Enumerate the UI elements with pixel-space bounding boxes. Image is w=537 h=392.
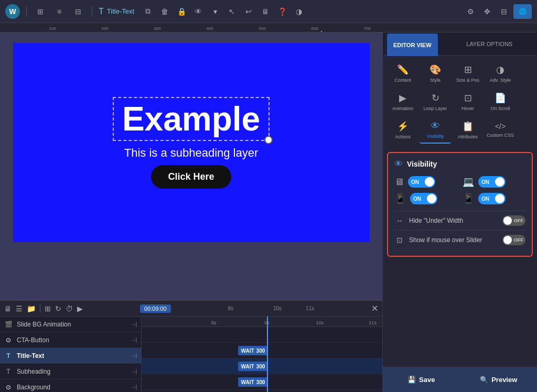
nav-on-scroll[interactable]: 📄 On Scroll: [485, 88, 516, 115]
toggle-tablet[interactable]: ON: [410, 193, 437, 204]
layers-icon[interactable]: ⊟: [71, 4, 85, 19]
toggle-show-mouse-off-label: OFF: [514, 237, 523, 243]
layer-item-slide-bg[interactable]: 🎬 Slide BG Animation →|: [0, 317, 141, 332]
monitor-icon[interactable]: 🖥: [258, 4, 273, 19]
move-icon[interactable]: ✥: [480, 4, 495, 19]
track-mark-10s: 10s: [316, 320, 324, 325]
desktop-icon: 🖥: [394, 177, 404, 188]
tl-sep1: [40, 304, 40, 313]
toolbar-title-section: T Title-Text: [99, 7, 134, 16]
ruler: 100 200 300 400 500 600 700: [0, 23, 537, 32]
nav-content[interactable]: ✏️ Content: [387, 60, 418, 87]
toggle-mobile-label: ON: [481, 196, 489, 202]
toggle-hide-under-label: OFF: [514, 218, 523, 223]
nav-style[interactable]: 🎨 Style: [420, 60, 451, 87]
nav-hover[interactable]: ⊡ Hover: [452, 88, 484, 115]
badge-wait-label3: WAIT: [241, 379, 254, 385]
layer-arrow-cta: →|: [130, 337, 137, 343]
ruler-mark: 500: [259, 26, 265, 31]
tl-timer-icon[interactable]: ⏱: [66, 304, 73, 313]
grid-icon[interactable]: ⊞: [33, 4, 48, 19]
eye-toggle-icon[interactable]: 👁: [191, 4, 206, 19]
nav-actions[interactable]: ⚡ Actions: [387, 116, 418, 144]
tl-grid-icon[interactable]: ⊞: [45, 304, 51, 313]
cursor-icon[interactable]: ↖: [224, 4, 239, 19]
preview-icon: 🔍: [480, 376, 488, 384]
arrow-icon[interactable]: ▾: [208, 4, 222, 19]
tl-folder-icon[interactable]: 📁: [27, 304, 36, 313]
nav-attributes[interactable]: 📋 Attributes: [452, 116, 484, 144]
show-mouse-icon: ⊡: [394, 236, 405, 244]
hide-under-label: Hide "Under" Width: [409, 217, 498, 224]
preview-button[interactable]: 🔍 Preview: [460, 367, 538, 392]
slide-canvas: Example This is a subheading layer Click…: [13, 43, 370, 242]
toolbar-sep-1: [26, 6, 27, 17]
badge-wait-label: WAIT: [241, 348, 254, 354]
toggle-desktop[interactable]: ON: [408, 176, 435, 188]
track-row-subheading: WAIT 300: [142, 374, 382, 390]
timeline-close-btn[interactable]: ✕: [371, 303, 378, 313]
top-toolbar: W ⊞ ≡ ⊟ T Title-Text ⧉ 🗑 🔒 👁 ▾ ↖ ↩ 🖥 ❓ ◑…: [0, 0, 537, 23]
nav-animation[interactable]: ▶ Animation: [387, 88, 418, 115]
copy-icon[interactable]: ⧉: [141, 4, 155, 19]
nav-size-pos[interactable]: ⊞ Size & Pos: [452, 60, 484, 87]
nav-visibility[interactable]: 👁 Visibility: [420, 116, 451, 144]
timeline-layers: 🎬 Slide BG Animation →| ⊙ CTA-Button →| …: [0, 317, 142, 392]
timeline-tracks[interactable]: 8s 9s 10s 11s WAIT 300: [142, 317, 382, 392]
layer-icon-subheading: T: [4, 368, 13, 375]
tl-refresh-icon[interactable]: ↻: [55, 304, 61, 313]
tl-list-icon[interactable]: ☰: [16, 304, 23, 313]
layer-name-slidebg: Slide BG Animation: [17, 321, 126, 328]
gear-icon[interactable]: ⚙: [463, 4, 478, 19]
tl-monitor-icon[interactable]: 🖥: [4, 304, 12, 313]
layer-icon-title: T: [4, 352, 13, 360]
layer-item-cta[interactable]: ⊙ CTA-Button →|: [0, 332, 141, 348]
nav-custom-css[interactable]: </> Custom CSS: [485, 116, 516, 144]
laptop-icon: 💻: [463, 176, 474, 188]
vis-device-desktop: 🖥 ON: [394, 176, 457, 188]
save-icon: 💾: [407, 376, 416, 384]
custom-css-icon: </>: [495, 122, 506, 130]
toggle-laptop[interactable]: ON: [478, 176, 506, 188]
cta-button[interactable]: Click Here: [151, 165, 231, 189]
tab-editor-view[interactable]: EDITOR VIEW: [387, 34, 438, 56]
main-area: Example This is a subheading layer Click…: [0, 32, 537, 392]
vis-device-mobile: 📱 ON: [463, 193, 525, 204]
toggle-show-mouse[interactable]: OFF: [502, 235, 525, 245]
wp-logo[interactable]: W: [5, 4, 20, 19]
nav-adv-style[interactable]: ◑ Adv. Style: [485, 60, 516, 87]
canvas-area: Example This is a subheading layer Click…: [0, 32, 382, 392]
canvas-viewport[interactable]: Example This is a subheading layer Click…: [0, 32, 382, 300]
undo-icon[interactable]: ↩: [241, 4, 256, 19]
delete-icon[interactable]: 🗑: [157, 4, 172, 19]
layer-item-title[interactable]: T Title-Text →|: [0, 348, 141, 364]
toggle-tablet-label: ON: [413, 196, 421, 202]
columns-icon[interactable]: ≡: [52, 4, 67, 19]
help-icon[interactable]: ❓: [275, 4, 289, 19]
toggle-mobile[interactable]: ON: [478, 193, 506, 204]
title-text-icon: T: [99, 7, 104, 16]
vis-device-laptop: 💻 ON: [463, 176, 525, 188]
example-text-box[interactable]: Example: [113, 97, 270, 141]
track-row-cta: WAIT 300: [142, 343, 382, 358]
track-mark-11s: 11s: [369, 320, 377, 325]
tl-play-icon[interactable]: ▶: [77, 304, 83, 313]
nav-loop-layer[interactable]: ↻ Loop Layer: [420, 88, 451, 115]
layer-item-subheading[interactable]: T Subheading →|: [0, 364, 141, 379]
toggle-hide-under[interactable]: OFF: [502, 215, 525, 226]
ruler-mark: 600: [311, 26, 318, 31]
toolbar-sep-2: [92, 6, 92, 17]
lock-icon[interactable]: 🔒: [174, 4, 189, 19]
track-mark-8s: 8s: [211, 320, 217, 325]
resize-handle[interactable]: [264, 136, 273, 144]
tl-11s-mark: 11s: [306, 306, 314, 311]
tab-layer-options[interactable]: LAYER OPTIONS: [442, 32, 537, 55]
show-mouse-label: Show if mouse over Slider: [409, 236, 498, 244]
contrast-icon[interactable]: ◑: [292, 4, 306, 19]
active-panel-btn[interactable]: 🌐: [513, 4, 532, 19]
preview-label: Preview: [491, 376, 517, 384]
panel-icon[interactable]: ⊟: [497, 4, 511, 19]
layer-item-background[interactable]: ⊙ Background →|: [0, 379, 141, 392]
layer-arrow-title: →|: [130, 353, 137, 358]
save-button[interactable]: 💾 Save: [383, 367, 460, 392]
